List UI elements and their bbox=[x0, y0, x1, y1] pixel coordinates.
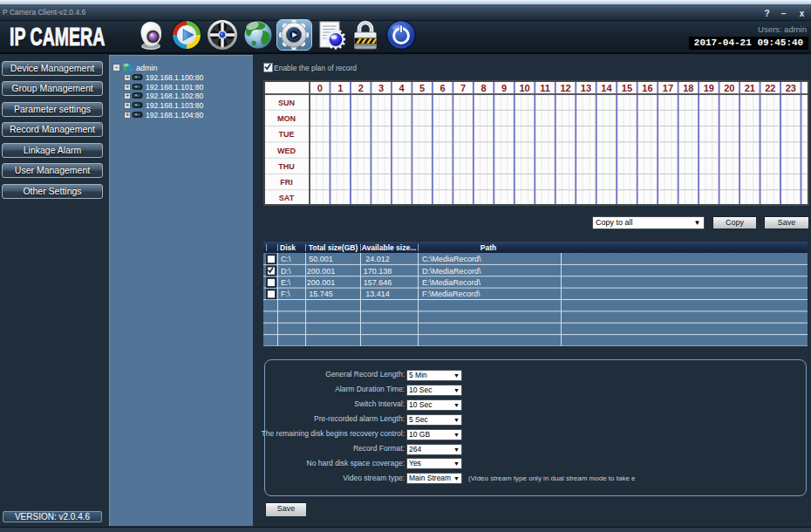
svg-text:157.646: 157.646 bbox=[364, 278, 392, 287]
svg-text:22: 22 bbox=[765, 83, 775, 93]
svg-text:D:\: D:\ bbox=[281, 267, 291, 276]
svg-text:24.012: 24.012 bbox=[365, 255, 390, 263]
svg-text:20: 20 bbox=[724, 83, 734, 93]
svg-text:170.138: 170.138 bbox=[364, 267, 392, 276]
svg-text:SAT: SAT bbox=[279, 194, 295, 202]
svg-text:23: 23 bbox=[786, 83, 796, 93]
svg-text:200.001: 200.001 bbox=[307, 267, 336, 276]
svg-text:Path: Path bbox=[480, 243, 496, 252]
svg-text:15: 15 bbox=[622, 83, 632, 93]
svg-text:SUN: SUN bbox=[278, 99, 295, 107]
svg-text:21: 21 bbox=[745, 83, 755, 93]
svg-text:C:\: C:\ bbox=[281, 255, 291, 263]
svg-text:10: 10 bbox=[519, 83, 529, 93]
svg-text:THU: THU bbox=[278, 162, 295, 171]
svg-text:11: 11 bbox=[540, 83, 550, 93]
svg-text:Available size...: Available size... bbox=[362, 243, 417, 252]
svg-text:13: 13 bbox=[581, 83, 591, 93]
svg-text:WED: WED bbox=[277, 147, 296, 155]
svg-text:1: 1 bbox=[337, 83, 343, 93]
svg-text:Disk: Disk bbox=[280, 243, 296, 252]
svg-text:E:\: E:\ bbox=[281, 278, 291, 287]
svg-text:C:\MediaRecord\: C:\MediaRecord\ bbox=[422, 255, 481, 263]
svg-text:18: 18 bbox=[683, 83, 693, 93]
svg-text:D:\MediaRecord\: D:\MediaRecord\ bbox=[422, 267, 481, 276]
svg-text:15.745: 15.745 bbox=[309, 290, 333, 298]
svg-text:50.001: 50.001 bbox=[309, 255, 333, 263]
svg-text:14: 14 bbox=[601, 83, 612, 93]
svg-text:TUE: TUE bbox=[279, 130, 295, 139]
svg-text:19: 19 bbox=[704, 83, 714, 93]
svg-text:13.414: 13.414 bbox=[365, 290, 390, 298]
svg-text:8: 8 bbox=[481, 83, 487, 93]
svg-text:F:\MediaRecord\: F:\MediaRecord\ bbox=[422, 290, 480, 298]
svg-text:2: 2 bbox=[358, 83, 364, 93]
svg-text:200.001: 200.001 bbox=[307, 278, 336, 287]
svg-text:3: 3 bbox=[378, 83, 384, 93]
svg-text:Total size(GB): Total size(GB) bbox=[309, 243, 358, 252]
svg-text:7: 7 bbox=[460, 83, 466, 93]
svg-text:FRI: FRI bbox=[280, 178, 293, 187]
svg-text:12: 12 bbox=[560, 83, 570, 93]
svg-text:E:\MediaRecord\: E:\MediaRecord\ bbox=[422, 278, 481, 287]
svg-text:9: 9 bbox=[501, 83, 507, 93]
svg-text:5: 5 bbox=[419, 83, 425, 93]
svg-text:16: 16 bbox=[642, 83, 652, 93]
svg-text:6: 6 bbox=[440, 83, 446, 93]
svg-text:F:\: F:\ bbox=[281, 290, 290, 298]
svg-text:4: 4 bbox=[399, 83, 406, 93]
svg-text:17: 17 bbox=[663, 83, 673, 93]
svg-text:MON: MON bbox=[277, 114, 296, 123]
svg-text:0: 0 bbox=[317, 83, 323, 93]
